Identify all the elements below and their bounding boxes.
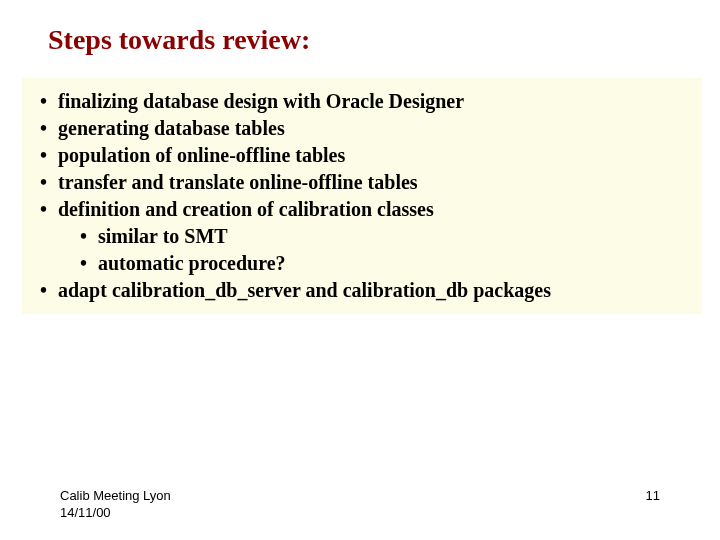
content-panel: •finalizing database design with Oracle … — [22, 78, 702, 314]
footer: Calib Meeting Lyon 14/11/00 11 — [0, 488, 720, 522]
list-item-text: definition and creation of calibration c… — [58, 198, 434, 220]
list-item-text: transfer and translate online-offline ta… — [58, 171, 418, 193]
slide-title: Steps towards review: — [0, 0, 720, 56]
list-item: •definition and creation of calibration … — [22, 196, 702, 223]
sub-list-item-text: automatic procedure? — [98, 252, 286, 274]
list-item-text: population of online-offline tables — [58, 144, 345, 166]
footer-page-number: 11 — [646, 488, 660, 503]
list-item: •population of online-offline tables — [22, 142, 702, 169]
footer-date: 14/11/00 — [60, 505, 171, 522]
list-item: •generating database tables — [22, 115, 702, 142]
list-item-text: finalizing database design with Oracle D… — [58, 90, 464, 112]
list-item-text: generating database tables — [58, 117, 285, 139]
sub-list-item-text: similar to SMT — [98, 225, 228, 247]
sub-list-item: •similar to SMT — [22, 223, 702, 250]
footer-venue: Calib Meeting Lyon — [60, 488, 171, 505]
list-item: •transfer and translate online-offline t… — [22, 169, 702, 196]
list-item: •adapt calibration_db_server and calibra… — [22, 277, 702, 304]
list-item: •finalizing database design with Oracle … — [22, 88, 702, 115]
list-item-text: adapt calibration_db_server and calibrat… — [58, 279, 551, 301]
footer-left: Calib Meeting Lyon 14/11/00 — [60, 488, 171, 522]
sub-list-item: •automatic procedure? — [22, 250, 702, 277]
